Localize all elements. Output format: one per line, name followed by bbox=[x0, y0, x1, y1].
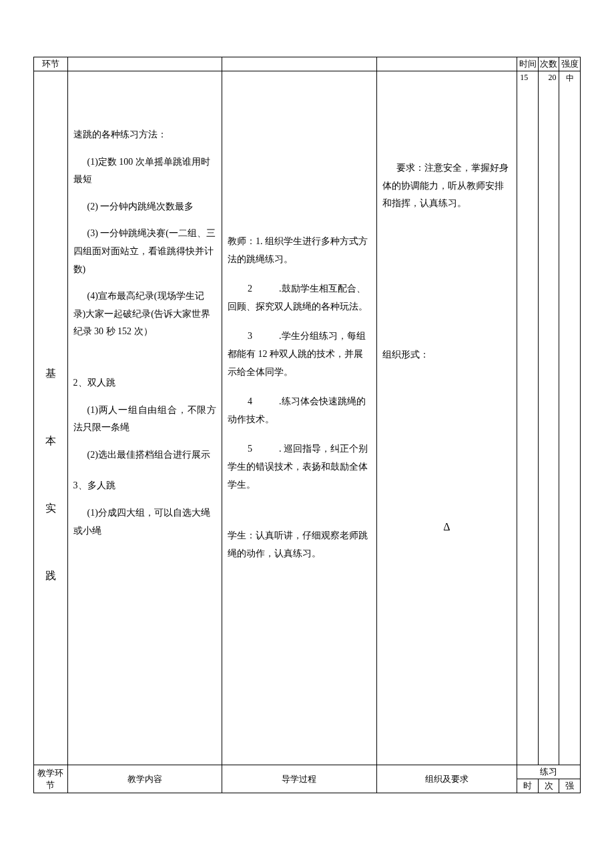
content-sec2: 2、双人跳 bbox=[73, 374, 217, 392]
process-num-2: 2 bbox=[248, 280, 252, 298]
process-item-5: 5. 巡回指导，纠正个别学生的错误技术，表扬和鼓励全体学生。 bbox=[228, 440, 371, 494]
lesson-plan-table: 环节 时间 次数 强度 基 本 实 践 速跳的各种练习方法： (1)定数 100… bbox=[33, 57, 581, 793]
process-item-3: 3.学生分组练习，每组都能有 12 种双人跳的技术，并展示给全体同学。 bbox=[228, 328, 371, 381]
stage-char-3: 实 bbox=[34, 502, 67, 516]
header-org-empty bbox=[376, 57, 517, 71]
process-teacher-1: 教师：1. 组织学生进行多种方式方法的跳绳练习。 bbox=[228, 233, 371, 268]
content-p1: (1)定数 100 次单摇单跳谁用时最短 bbox=[73, 153, 217, 189]
time-value: 15 bbox=[517, 71, 539, 765]
stage-char-1: 基 bbox=[34, 367, 67, 381]
stage-char-2: 本 bbox=[34, 434, 67, 448]
process-num-3: 3 bbox=[248, 328, 252, 346]
footer-content: 教学内容 bbox=[67, 765, 222, 793]
stage-char-4: 践 bbox=[34, 569, 67, 583]
footer-stage: 教学环节 bbox=[34, 765, 68, 793]
main-content-row: 基 本 实 践 速跳的各种练习方法： (1)定数 100 次单摇单跳谁用时最短 … bbox=[34, 71, 581, 765]
header-intensity: 强度 bbox=[559, 57, 581, 71]
content-sec3-p1: (1)分成四大组，可以自选大绳或小绳 bbox=[73, 504, 217, 540]
content-p4: (4)宣布最高纪录(现场学生记录)大家一起破纪录(告诉大家世界纪录 30 秒 1… bbox=[73, 288, 217, 341]
org-delta-symbol: Δ bbox=[382, 517, 512, 537]
header-stage: 环节 bbox=[34, 57, 68, 71]
header-process-empty bbox=[222, 57, 377, 71]
process-cell: 教师：1. 组织学生进行多种方式方法的跳绳练习。 2.鼓励学生相互配合、回顾、探… bbox=[222, 71, 377, 765]
header-time: 时间 bbox=[517, 57, 539, 71]
footer-org: 组织及要求 bbox=[376, 765, 517, 793]
content-sec2-p1: (1)两人一组自由组合，不限方法只限一条绳 bbox=[73, 402, 217, 437]
footer-time: 时 bbox=[517, 779, 539, 793]
footer-row-1: 教学环节 教学内容 导学过程 组织及要求 练习 bbox=[34, 765, 581, 779]
header-count: 次数 bbox=[538, 57, 559, 71]
header-row: 环节 时间 次数 强度 bbox=[34, 57, 581, 71]
process-item-2: 2.鼓励学生相互配合、回顾、探究双人跳绳的各种玩法。 bbox=[228, 280, 371, 316]
content-sec3: 3、多人跳 bbox=[73, 477, 217, 495]
stage-cell: 基 本 实 践 bbox=[34, 71, 68, 765]
org-form-label: 组织形式： bbox=[382, 346, 512, 364]
org-requirement: 要求：注意安全，掌握好身体的协调能力，听从教师安排和指挥，认真练习。 bbox=[382, 159, 512, 213]
count-value: 20 bbox=[538, 71, 559, 765]
content-p3: (3) 一分钟跳绳决赛(一二组、三四组面对面站立，看谁跳得快并计数) bbox=[73, 225, 217, 278]
header-content-empty bbox=[67, 57, 222, 71]
footer-count: 次 bbox=[538, 779, 559, 793]
content-intro: 速跳的各种练习方法： bbox=[73, 126, 217, 144]
process-student: 学生：认真听讲，仔细观察老师跳绳的动作，认真练习。 bbox=[228, 527, 371, 562]
process-item-4: 4.练习体会快速跳绳的动作技术。 bbox=[228, 393, 371, 428]
org-cell: 要求：注意安全，掌握好身体的协调能力，听从教师安排和指挥，认真练习。 组织形式：… bbox=[376, 71, 517, 765]
content-p2: (2) 一分钟内跳绳次数最多 bbox=[73, 198, 217, 216]
content-sec2-p2: (2)选出最佳搭档组合进行展示 bbox=[73, 446, 217, 464]
process-num-4: 4 bbox=[248, 393, 252, 411]
intensity-value: 中 bbox=[559, 71, 581, 765]
footer-intensity: 强 bbox=[559, 779, 581, 793]
content-cell: 速跳的各种练习方法： (1)定数 100 次单摇单跳谁用时最短 (2) 一分钟内… bbox=[67, 71, 222, 765]
process-num-5: 5 bbox=[248, 440, 252, 458]
footer-practice: 练习 bbox=[517, 765, 581, 779]
footer-process: 导学过程 bbox=[222, 765, 377, 793]
